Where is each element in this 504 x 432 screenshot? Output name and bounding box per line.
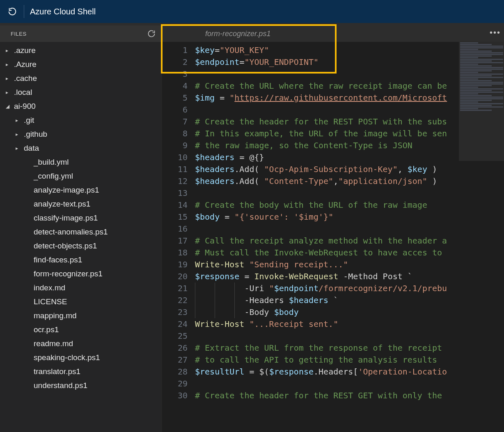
minimap[interactable] (459, 42, 504, 161)
line-number: 27 (162, 354, 195, 366)
tree-item-label: mapping.md (34, 311, 77, 320)
sidebar-header: FILES (0, 25, 162, 42)
tree-item[interactable]: translator.ps1 (0, 365, 162, 379)
line-number: 20 (162, 271, 195, 283)
tree-item-label: index.md (34, 283, 65, 292)
chevron-right-icon: ▸ (6, 62, 11, 67)
tree-item-label: detect-anomalies.ps1 (34, 227, 108, 237)
tree-item[interactable]: analyze-text.ps1 (0, 197, 162, 211)
line-number: 6 (162, 104, 195, 116)
code-line (195, 104, 504, 116)
tree-item[interactable]: detect-objects.ps1 (0, 239, 162, 253)
tree-item-label: .local (14, 88, 32, 97)
tree-item[interactable]: classify-image.ps1 (0, 211, 162, 225)
tree-item[interactable]: ▸.github (0, 127, 162, 141)
tree-item[interactable]: _build.yml (0, 155, 162, 169)
tree-item[interactable]: ▸.git (0, 113, 162, 127)
tab-label: form-recognizer.ps1 (205, 30, 270, 38)
tree-item[interactable]: mapping.md (0, 309, 162, 323)
tree-item[interactable]: ▸data (0, 141, 162, 155)
line-number: 17 (162, 235, 195, 247)
code-line (195, 378, 504, 390)
tree-item[interactable]: find-faces.ps1 (0, 253, 162, 267)
tree-item-label: readme.md (34, 339, 73, 348)
tree-item-label: _build.yml (34, 158, 69, 167)
line-number: 16 (162, 223, 195, 235)
tab-bar: form-recognizer.ps1 ••• (162, 25, 504, 42)
code-line: # Create the header for the REST POST wi… (195, 116, 504, 128)
line-number: 25 (162, 330, 195, 342)
line-number: 9 (162, 140, 195, 152)
tree-item[interactable]: index.md (0, 281, 162, 295)
tree-item[interactable]: _config.yml (0, 169, 162, 183)
chevron-down-icon: ◢ (6, 103, 11, 109)
reload-icon[interactable] (7, 6, 18, 17)
tree-item-label: speaking-clock.ps1 (34, 353, 100, 362)
line-number: 5 (162, 92, 195, 104)
tree-item-label: translator.ps1 (34, 367, 80, 376)
code-line: -Body $body (195, 306, 504, 318)
tree-item-label: analyze-text.ps1 (34, 200, 90, 209)
code-line: # the raw image, so the Content-Type is … (195, 140, 504, 152)
line-number: 15 (162, 211, 195, 223)
editor-area: form-recognizer.ps1 ••• 1234567891011121… (162, 25, 504, 432)
line-number: 29 (162, 378, 195, 390)
tree-item[interactable]: ▸.azure (0, 44, 162, 57)
code-line: $headers.Add( "Content-Type","applicatio… (195, 175, 504, 187)
tree-item-label: ai-900 (14, 102, 36, 111)
tree-item-label: .git (24, 116, 34, 125)
code-line: -Headers $headers ` (195, 294, 504, 306)
tree-item[interactable]: ▸.cache (0, 71, 162, 85)
code-line: # Extract the URL from the response of t… (195, 342, 504, 354)
tree-item[interactable]: ◢ai-900 (0, 99, 162, 113)
editor-tab[interactable]: form-recognizer.ps1 (197, 25, 279, 42)
code-line: -Uri "$endpoint/formrecognizer/v2.1/preb… (195, 283, 504, 294)
code-area[interactable]: 1234567891011121314151617181920212223242… (162, 42, 504, 432)
tree-item[interactable]: LICENSE (0, 295, 162, 309)
tree-item[interactable]: ▸.Azure (0, 57, 162, 71)
tree-item[interactable]: ▸.local (0, 85, 162, 99)
line-number: 23 (162, 306, 195, 318)
line-gutter: 1234567891011121314151617181920212223242… (162, 42, 195, 432)
line-number: 24 (162, 318, 195, 330)
code-line: # to call the API to getting the analysi… (195, 354, 504, 366)
tree-item[interactable]: speaking-clock.ps1 (0, 351, 162, 365)
code-line: # Create the body with the URL of the ra… (195, 199, 504, 211)
tree-item-label: .Azure (14, 60, 37, 69)
chevron-right-icon: ▸ (6, 76, 11, 81)
code-line: $endpoint="YOUR_ENDPOINT" (195, 56, 504, 68)
tree-item-label: ocr.ps1 (34, 325, 59, 334)
tree-item[interactable]: understand.ps1 (0, 379, 162, 393)
line-number: 1 (162, 44, 195, 56)
tree-item-label: LICENSE (34, 297, 67, 306)
chevron-right-icon: ▸ (6, 90, 11, 95)
code-line: # Call the receipt analyze method with t… (195, 235, 504, 247)
code-content[interactable]: $key="YOUR_KEY"$endpoint="YOUR_ENDPOINT"… (195, 42, 504, 432)
refresh-icon[interactable] (147, 29, 156, 39)
tree-item[interactable]: detect-anomalies.ps1 (0, 225, 162, 239)
tree-item-label: classify-image.ps1 (34, 214, 98, 223)
tree-item-label: .cache (14, 74, 37, 83)
tree-item[interactable]: form-recognizer.ps1 (0, 267, 162, 281)
tree-item-label: find-faces.ps1 (34, 255, 82, 264)
line-number: 14 (162, 199, 195, 211)
line-number: 21 (162, 283, 195, 294)
tree-item[interactable]: analyze-image.ps1 (0, 183, 162, 197)
files-sidebar: FILES ▸.azure▸.Azure▸.cache▸.local◢ai-90… (0, 25, 162, 432)
line-number: 11 (162, 163, 195, 175)
line-number: 28 (162, 366, 195, 378)
tree-item[interactable]: readme.md (0, 337, 162, 351)
more-icon[interactable]: ••• (490, 28, 501, 37)
tree-item[interactable]: ocr.ps1 (0, 323, 162, 337)
code-line: $headers.Add( "Ocp-Apim-Subscription-Key… (195, 163, 504, 175)
code-line: $body = "{'source': '$img'}" (195, 211, 504, 223)
code-line: $img = "https://raw.githubusercontent.co… (195, 92, 504, 104)
titlebar-divider (24, 5, 24, 18)
tree-item-label: analyze-image.ps1 (34, 186, 99, 195)
titlebar: Azure Cloud Shell (0, 0, 504, 23)
line-number: 30 (162, 390, 195, 402)
line-number: 19 (162, 259, 195, 271)
code-line: Write-Host "...Receipt sent." (195, 318, 504, 330)
chevron-right-icon: ▸ (16, 145, 21, 151)
line-number: 13 (162, 187, 195, 199)
